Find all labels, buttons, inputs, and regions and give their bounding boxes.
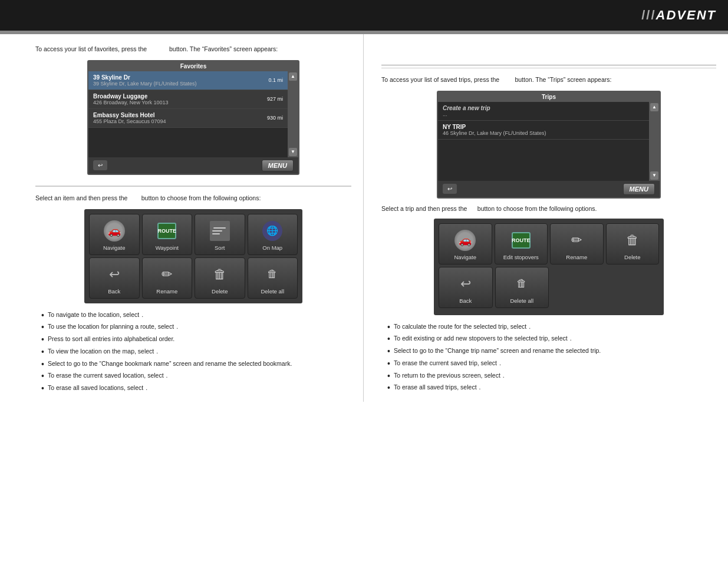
right-column: To access your list of saved trips, pres… [364,34,728,402]
trip-rename-button[interactable]: ✏ Rename [550,223,604,265]
fav-list-empty [88,128,288,157]
delete-all-icon: 🗑 [261,263,284,286]
navigate-icon: 🚗 [103,220,126,242]
navigate-label: Navigate [103,244,126,251]
right-bullets: • To calculate the route for the selecte… [381,322,716,394]
scroll-down[interactable]: ▼ [289,148,297,156]
right-line-1 [381,65,716,65]
left-divider-1 [35,186,351,187]
trips-list-area: Create a new trip ... NY TRIP 46 Skyline… [438,102,660,181]
trip-options-grid: 🚗 Navigate ROUTE Edit stopovers ✏ [434,219,664,315]
delete-all-button[interactable]: 🗑 Delete all [248,257,298,299]
trips-back-button[interactable]: ↩ [443,184,457,194]
favorites-list-area: 39 Skyline Dr 39 Skyline Dr, Lake Mary (… [88,71,298,157]
favorites-list: 39 Skyline Dr 39 Skyline Dr, Lake Mary (… [88,71,288,157]
bullet-right-3: • Select to go to the “Change trip name”… [381,346,716,356]
trips-title: Trips [438,92,660,102]
bullet-right-6: • To erase all saved trips, select. [381,383,716,393]
left-bullets: • To navigate to the location, select. •… [35,310,351,394]
fav-item-1[interactable]: 39 Skyline Dr 39 Skyline Dr, Lake Mary (… [88,71,288,90]
bullet-left-3: • Press to sort all entries into alphabe… [35,335,351,345]
fav-item-2[interactable]: Broadway Luggage 426 Broadway, New York … [88,90,288,109]
onmap-icon: 🌐 [261,220,284,242]
trips-scrollbar[interactable]: ▲ ▼ [649,102,660,181]
favorites-title: Favorites [88,61,298,71]
bullet-left-7: • To erase all saved locations, select. [35,384,351,394]
trips-list: Create a new trip ... NY TRIP 46 Skyline… [438,102,649,181]
delete-button[interactable]: 🗑 Delete [195,257,245,299]
waypoint-label: Waypoint [156,244,179,251]
sort-label: Sort [215,244,225,251]
trip-options-row2: ↩ Back 🗑 Delete all [439,267,549,308]
trips-scroll-down[interactable]: ▼ [650,171,658,180]
trip-navigate-button[interactable]: 🚗 Navigate [439,223,492,265]
trip-navigate-label: Navigate [454,254,477,260]
waypoint-button[interactable]: ROUTE Waypoint [142,214,193,255]
favorites-back-button[interactable]: ↩ [93,160,107,170]
trip-delete-label: Delete [624,254,640,260]
edit-stopovers-button[interactable]: ROUTE Edit stopovers [495,223,548,265]
rename-icon: ✏ [156,263,178,286]
advent-logo: ///ADVENT [641,8,716,23]
trips-intro: To access your list of saved trips, pres… [381,75,716,85]
trip-back-label: Back [459,297,472,304]
bullet-right-4: • To erase the current saved trip, selec… [381,359,716,369]
back-button[interactable]: ↩ Back [89,257,140,299]
trip-options-intro: Select a trip and then press the button … [381,204,716,214]
bullet-right-2: • To edit existing or add new stopovers … [381,334,716,344]
delete-label: Delete [212,288,228,295]
onmap-label: On Map [262,244,282,251]
options-grid: 🚗 Navigate ROUTE Waypoint [84,209,302,303]
scroll-up[interactable]: ▲ [289,72,297,81]
trip-ny[interactable]: NY TRIP 46 Skyline Dr, Lake Mary (FL/Uni… [438,121,649,140]
rename-label: Rename [156,288,177,295]
trip-navigate-icon: 🚗 [454,229,476,252]
main-content: To access your list of favorites, press … [0,34,728,402]
bullet-left-1: • To navigate to the location, select. [35,310,351,320]
favorites-screen: Favorites 39 Skyline Dr 39 Skyline Dr, L… [87,60,299,175]
bullet-right-1: • To calculate the route for the selecte… [381,322,716,332]
trips-bottom-bar: ↩ MENU [438,181,660,197]
edit-stopovers-label: Edit stopovers [503,254,539,260]
trip-delete-button[interactable]: 🗑 Delete [606,223,660,265]
logo-slashes: /// [641,8,655,22]
bullet-right-5: • To return to the previous screen, sele… [381,371,716,381]
sort-icon [209,220,231,242]
fav-item-3[interactable]: Embassy Suites Hotel 455 Plaza Dr, Secau… [88,109,288,128]
trip-delete-all-button[interactable]: 🗑 Delete all [495,267,549,308]
trips-list-empty [438,140,649,181]
trip-delete-all-label: Delete all [510,297,533,304]
bullet-left-5: • Select to go to the “Change bookmark n… [35,359,351,369]
sort-button[interactable]: Sort [195,214,245,255]
favorites-menu-button[interactable]: MENU [262,160,294,171]
trip-create[interactable]: Create a new trip ... [438,102,649,121]
trip-rename-label: Rename [566,254,587,260]
bullet-left-2: • To use the location for planning a rou… [35,322,351,332]
right-line-2 [381,68,716,68]
trip-rename-icon: ✏ [565,229,588,252]
trips-menu-button[interactable]: MENU [623,183,655,195]
bullet-left-4: • To view the location on the map, selec… [35,347,351,357]
waypoint-icon: ROUTE [156,220,178,242]
back-label: Back [108,288,120,295]
favorites-bottom-bar: ↩ MENU [88,157,298,174]
rename-button[interactable]: ✏ Rename [142,257,193,299]
favorites-scrollbar[interactable]: ▲ ▼ [288,71,298,157]
delete-all-label: Delete all [261,288,284,295]
favorites-intro: To access your list of favorites, press … [35,45,351,54]
trip-delete-all-icon: 🗑 [510,273,533,295]
onmap-button[interactable]: 🌐 On Map [248,214,298,255]
edit-stopovers-icon: ROUTE [510,229,532,252]
trip-back-button[interactable]: ↩ Back [439,267,493,308]
options-intro: Select an item and then press the button… [35,194,351,203]
navigate-button[interactable]: 🚗 Navigate [89,214,140,255]
trip-delete-icon: 🗑 [621,229,644,252]
trip-options-row1: 🚗 Navigate ROUTE Edit stopovers ✏ [439,223,659,265]
trips-scroll-up[interactable]: ▲ [650,103,658,111]
left-column: To access your list of favorites, press … [0,34,364,402]
delete-icon: 🗑 [209,263,231,286]
trip-back-icon: ↩ [454,273,477,295]
trips-screen: Trips Create a new trip ... NY TRIP 46 S… [437,91,661,199]
header: ///ADVENT [0,0,728,31]
back-icon: ↩ [103,263,126,286]
